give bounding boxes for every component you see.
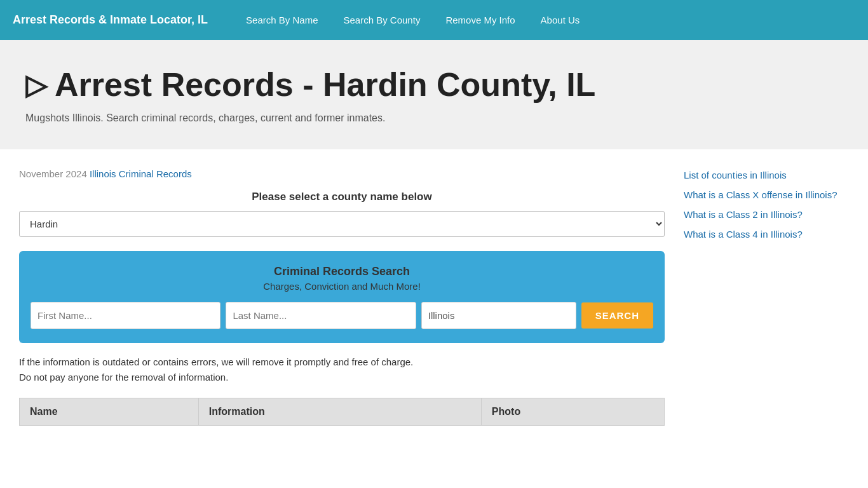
col-name: Name	[20, 398, 199, 426]
nav-search-by-county[interactable]: Search By County	[330, 0, 433, 40]
table-header-row: Name Information Photo	[20, 398, 665, 426]
navbar: Arrest Records & Inmate Locator, IL Sear…	[0, 0, 868, 40]
search-inputs: SEARCH	[31, 302, 653, 329]
search-section: Criminal Records Search Charges, Convict…	[19, 251, 665, 343]
hero-subtitle: Mugshots Illinois. Search criminal recor…	[25, 112, 843, 124]
nav-brand: Arrest Records & Inmate Locator, IL	[13, 13, 208, 27]
nav-about-us[interactable]: About Us	[528, 0, 593, 40]
info-text-1: If the information is outdated or contai…	[19, 356, 413, 367]
last-name-input[interactable]	[226, 302, 416, 329]
state-input[interactable]	[421, 302, 576, 329]
sidebar-right: List of counties in Illinois What is a C…	[684, 168, 849, 426]
nav-remove-my-info[interactable]: Remove My Info	[433, 0, 527, 40]
hero-title-text: Arrest Records - Hardin County, IL	[55, 65, 595, 104]
class-2-link[interactable]: What is a Class 2 in Illinois?	[684, 208, 849, 221]
county-section: Please select a county name below Hardin…	[19, 191, 665, 237]
class-x-link[interactable]: What is a Class X offense in Illinois?	[684, 188, 849, 201]
col-photo: Photo	[481, 398, 664, 426]
illinois-criminal-records-link[interactable]: Illinois Criminal Records	[90, 168, 192, 179]
date-row: November 2024 Illinois Criminal Records	[19, 168, 665, 179]
first-name-input[interactable]	[31, 302, 220, 329]
hero-section: ▷ Arrest Records - Hardin County, IL Mug…	[0, 40, 868, 149]
play-icon: ▷	[25, 69, 47, 101]
search-section-title: Criminal Records Search	[31, 265, 653, 278]
hero-title: ▷ Arrest Records - Hardin County, IL	[25, 65, 843, 104]
search-section-subtitle: Charges, Conviction and Much More!	[31, 281, 653, 292]
info-text-2: Do not pay anyone for the removal of inf…	[19, 372, 228, 383]
col-information: Information	[198, 398, 481, 426]
county-select[interactable]: HardinAdamsAlexanderBondBooneBrownBureau…	[19, 211, 665, 237]
date-text: November 2024	[19, 168, 87, 179]
main-wrapper: November 2024 Illinois Criminal Records …	[0, 149, 868, 438]
county-label: Please select a county name below	[19, 191, 665, 203]
list-counties-link[interactable]: List of counties in Illinois	[684, 168, 849, 182]
nav-links: Search By Name Search By County Remove M…	[233, 0, 592, 40]
nav-search-by-name[interactable]: Search By Name	[233, 0, 330, 40]
class-4-link[interactable]: What is a Class 4 in Illinois?	[684, 227, 849, 241]
search-button[interactable]: SEARCH	[581, 302, 653, 329]
info-text: If the information is outdated or contai…	[19, 355, 665, 385]
results-table: Name Information Photo	[19, 398, 665, 426]
content-left: November 2024 Illinois Criminal Records …	[19, 168, 665, 426]
